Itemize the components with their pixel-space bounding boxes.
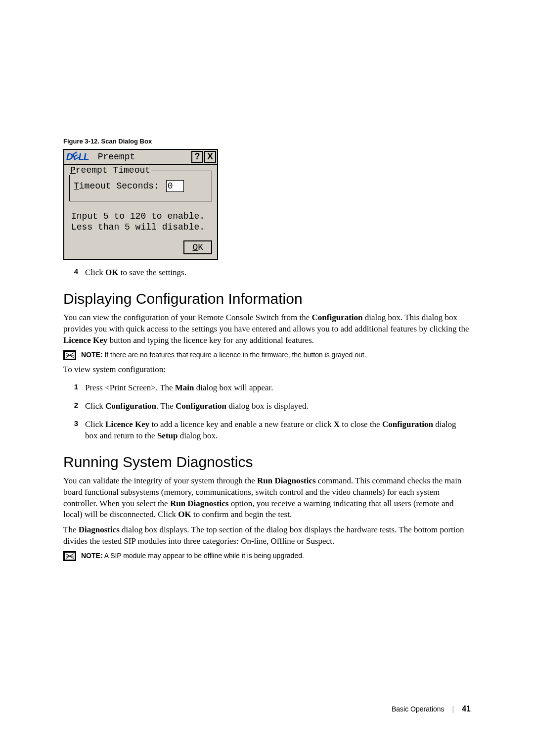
footer-section: Basic Operations xyxy=(392,705,445,713)
note-body: A SIP module may appear to be offline wh… xyxy=(103,552,304,560)
dell-logo: DELL xyxy=(66,151,89,162)
page-number: 41 xyxy=(462,705,471,713)
body-paragraph: You can validate the integrity of your s… xyxy=(63,475,471,521)
timeout-seconds-label: Timeout Seconds: xyxy=(74,181,159,191)
dialog-hint: Input 5 to 120 to enable. Less than 5 wi… xyxy=(64,205,217,236)
footer-divider: | xyxy=(452,705,454,713)
dialog-titlebar: DELL Preempt ? X xyxy=(64,150,217,165)
dialog-title: Preempt xyxy=(89,152,191,162)
step-text: Click Licence Key to add a licence key a… xyxy=(85,419,471,442)
body-paragraph: The Diagnostics dialog box displays. The… xyxy=(63,524,471,547)
step-number: 3 xyxy=(71,419,78,442)
page-footer: Basic Operations | 41 xyxy=(392,705,471,713)
note: NOTE: If there are no features that requ… xyxy=(63,350,471,360)
preempt-timeout-group: Preempt Timeout Timeout Seconds: xyxy=(69,171,212,201)
figure-caption: Figure 3-12. Scan Dialog Box xyxy=(63,138,471,145)
body-paragraph: To view system configuration: xyxy=(63,364,471,376)
note-icon xyxy=(63,350,76,360)
note-label: NOTE: xyxy=(81,351,103,359)
body-paragraph: You can view the configuration of your R… xyxy=(63,312,471,346)
step-text: Click OK to save the settings. xyxy=(85,267,186,279)
step-number: 2 xyxy=(71,401,78,412)
close-button[interactable]: X xyxy=(204,151,216,163)
step-text: Click Configuration. The Configuration d… xyxy=(85,401,309,412)
note-icon xyxy=(63,551,76,561)
note: NOTE: A SIP module may appear to be offl… xyxy=(63,551,471,561)
note-label: NOTE: xyxy=(81,552,103,560)
note-body: If there are no features that require a … xyxy=(103,351,366,359)
heading-displaying-config: Displaying Configuration Information xyxy=(63,290,471,307)
step-number: 4 xyxy=(71,267,78,279)
heading-running-diagnostics: Running System Diagnostics xyxy=(63,454,471,471)
step-number: 1 xyxy=(71,382,78,394)
preempt-dialog: DELL Preempt ? X Preempt Timeout Timeout… xyxy=(63,149,218,260)
ok-button[interactable]: OK xyxy=(183,240,212,254)
step-text: Press <Print Screen>. The Main dialog bo… xyxy=(85,382,273,394)
help-button[interactable]: ? xyxy=(191,151,203,163)
group-label: Preempt Timeout xyxy=(69,165,151,175)
timeout-seconds-input[interactable] xyxy=(166,180,184,192)
